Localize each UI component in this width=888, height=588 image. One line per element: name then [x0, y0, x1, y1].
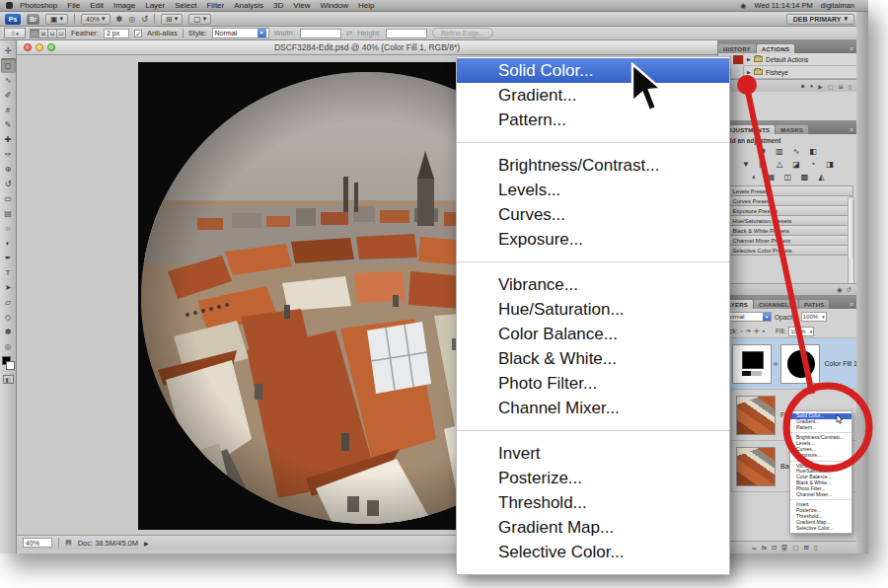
- new-layer-icon[interactable]: ⊞: [804, 544, 809, 551]
- fill-layer-thumbnail[interactable]: [732, 344, 772, 384]
- brightness-contrast-icon[interactable]: ✹: [756, 146, 770, 157]
- vibrance-icon[interactable]: ▼: [739, 159, 753, 170]
- status-options-arrow[interactable]: ▶: [144, 540, 149, 547]
- hand-tool[interactable]: ✽: [1, 325, 16, 339]
- fill-field[interactable]: 100%▾: [788, 327, 814, 336]
- style-select[interactable]: Normal▾: [212, 28, 269, 38]
- brush-tool[interactable]: ✑: [1, 147, 16, 162]
- photo-filter-icon[interactable]: ◔: [806, 159, 820, 170]
- delete-layer-icon[interactable]: ▯: [814, 544, 818, 551]
- menu-item[interactable]: Posterize...: [457, 466, 729, 490]
- layer-mask-thumbnail[interactable]: [780, 344, 820, 384]
- menu-item[interactable]: Black & White...: [457, 346, 729, 371]
- spotlight-icon[interactable]: ◉: [740, 2, 746, 10]
- eraser-tool[interactable]: ▭: [1, 191, 16, 206]
- antialias-checkbox[interactable]: ✓: [134, 30, 142, 37]
- levels-icon[interactable]: ▥: [773, 146, 786, 157]
- tab-channels[interactable]: CHANNELS: [754, 300, 799, 309]
- 3d-rotate-tool[interactable]: ◇: [1, 310, 16, 325]
- modal-control-toggle[interactable]: [731, 66, 744, 79]
- menu-item[interactable]: Invert: [457, 441, 729, 466]
- lock-position-icon[interactable]: ✛: [754, 328, 759, 335]
- exposure-icon[interactable]: ◧: [806, 146, 820, 157]
- link-layers-icon[interactable]: ∞: [752, 545, 757, 551]
- invert-icon[interactable]: ◐: [748, 172, 762, 183]
- delete-icon[interactable]: ▯: [849, 83, 851, 90]
- tab-paths[interactable]: PATHS: [799, 300, 830, 309]
- background-color-swatch[interactable]: [6, 361, 15, 370]
- menubar-item[interactable]: Select: [175, 1, 196, 10]
- color-swatches[interactable]: [1, 356, 16, 372]
- mask-link-icon[interactable]: ∞: [774, 360, 778, 367]
- dodge-tool[interactable]: ◐: [1, 236, 16, 251]
- play-icon[interactable]: ▶: [818, 83, 823, 90]
- new-adjustment-layer-icon[interactable]: ◐: [781, 545, 787, 551]
- preset-row[interactable]: ▶ Selective Color Presets: [722, 245, 853, 256]
- menubar-user[interactable]: digitalman: [821, 1, 854, 10]
- layer-row-color-fill[interactable]: ◉ ∞ Color Fill 1: [718, 338, 857, 390]
- channel-mixer-icon[interactable]: ◨: [823, 159, 837, 170]
- marquee-tool[interactable]: ◻: [1, 58, 16, 73]
- menu-item[interactable]: Curves...: [457, 202, 729, 227]
- menu-item[interactable]: Pattern...: [457, 108, 729, 132]
- add-layer-mask-icon[interactable]: ⊡: [772, 544, 777, 551]
- record-icon[interactable]: ●: [810, 83, 814, 89]
- menu-item[interactable]: Brightness/Contrast...: [457, 153, 729, 178]
- crop-tool[interactable]: #: [1, 103, 16, 117]
- lock-all-icon[interactable]: ▪: [763, 328, 765, 334]
- action-row[interactable]: ✓ ▶ Default Actions: [718, 53, 857, 66]
- type-tool[interactable]: T: [1, 265, 16, 280]
- healing-brush-tool[interactable]: ✚: [1, 132, 16, 147]
- tab-actions[interactable]: ACTIONS: [757, 44, 795, 53]
- menu-item[interactable]: Channel Mixer...: [457, 396, 729, 420]
- zoom-tool[interactable]: ◎: [1, 339, 16, 354]
- menubar-item[interactable]: Photoshop: [20, 1, 57, 10]
- zoom-percent-field[interactable]: 40%: [23, 538, 52, 548]
- menu-item[interactable]: Gradient Map...: [457, 515, 729, 540]
- feather-input[interactable]: 2 px: [104, 29, 129, 38]
- layer-thumbnail[interactable]: [736, 396, 776, 435]
- tool-preset-picker[interactable]: ○▾: [4, 28, 26, 38]
- lock-pixels-icon[interactable]: ✑: [746, 328, 751, 335]
- menu-item[interactable]: Hue/Saturation...: [457, 297, 729, 322]
- menubar-item[interactable]: Filter: [206, 1, 224, 10]
- action-row[interactable]: ✓ ▶ Fisheye: [718, 66, 857, 79]
- curves-icon[interactable]: ∿: [789, 146, 803, 157]
- menubar-item[interactable]: Analysis: [234, 1, 263, 10]
- zoom-level-button[interactable]: 40%▾: [81, 14, 111, 25]
- tab-masks[interactable]: MASKS: [776, 125, 809, 134]
- quick-mask-button[interactable]: ◧: [3, 375, 14, 384]
- history-brush-tool[interactable]: ↺: [1, 177, 16, 191]
- menu-item[interactable]: Color Balance...: [457, 322, 729, 346]
- hue-saturation-icon[interactable]: ▤: [756, 159, 770, 170]
- menu-item[interactable]: Selective Color...: [790, 526, 851, 532]
- document-titlebar[interactable]: DSCF3284-Edit.psd @ 40% (Color Fill 1, R…: [17, 40, 717, 55]
- menubar-item[interactable]: 3D: [273, 1, 283, 10]
- menu-item[interactable]: Channel Mixer...: [790, 492, 851, 498]
- menubar-item[interactable]: File: [67, 1, 80, 10]
- refine-edge-button[interactable]: Refine Edge...: [432, 28, 493, 38]
- opacity-field[interactable]: 100%▾: [801, 312, 827, 322]
- menu-item[interactable]: Selective Color...: [457, 540, 729, 564]
- quick-select-tool[interactable]: ✐: [1, 88, 16, 103]
- layer-thumbnail[interactable]: [736, 447, 776, 486]
- threshold-icon[interactable]: ◫: [781, 172, 795, 183]
- move-tool[interactable]: ✢: [1, 43, 16, 58]
- menubar-item[interactable]: Edit: [90, 1, 104, 10]
- new-set-icon[interactable]: ▢: [828, 83, 834, 90]
- arrange-documents-button[interactable]: ⊞▾: [161, 14, 183, 25]
- menu-item[interactable]: Pattern...: [790, 425, 851, 431]
- stop-icon[interactable]: ■: [801, 83, 805, 89]
- scrollbar-thumb[interactable]: [849, 199, 853, 258]
- menubar-item[interactable]: View: [293, 1, 310, 10]
- menubar-item[interactable]: Layer: [145, 1, 165, 10]
- menu-item[interactable]: Photo Filter...: [457, 371, 729, 396]
- scrollbar[interactable]: [848, 196, 854, 285]
- menu-item[interactable]: Exposure...: [457, 227, 729, 252]
- menubar-item[interactable]: Image: [113, 1, 135, 10]
- menubar-item[interactable]: Window: [320, 1, 347, 10]
- color-balance-icon[interactable]: △: [773, 159, 786, 170]
- pen-tool[interactable]: ✒: [1, 251, 16, 265]
- clone-stamp-tool[interactable]: ⊕: [1, 162, 16, 177]
- modal-control-toggle[interactable]: [731, 53, 744, 66]
